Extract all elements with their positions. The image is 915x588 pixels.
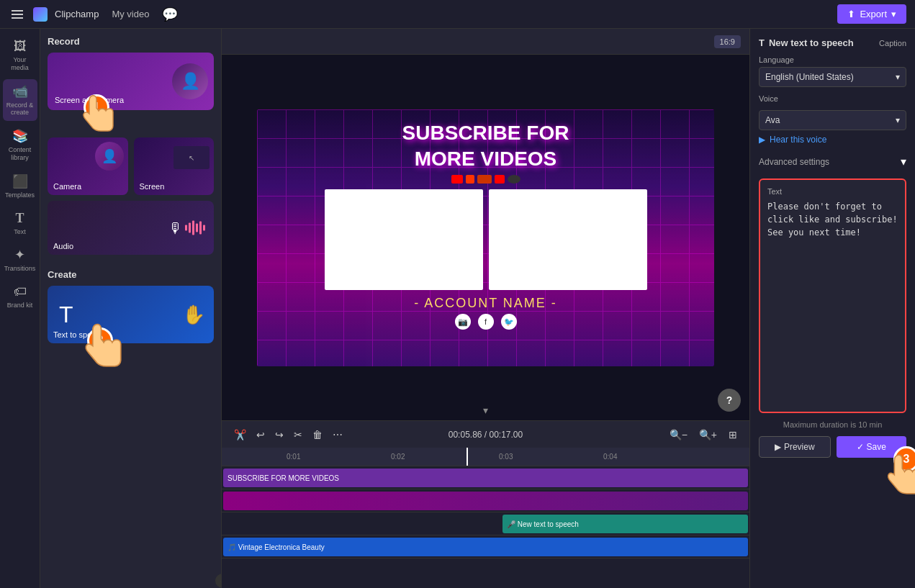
record-section-title: Record bbox=[48, 36, 214, 47]
export-icon: ⬆ bbox=[847, 9, 855, 19]
sidebar-item-text[interactable]: T Text bbox=[3, 207, 37, 240]
tts-panel-icon: T bbox=[759, 37, 765, 48]
preview-button[interactable]: ▶ Preview bbox=[759, 436, 831, 458]
text-label: Text bbox=[767, 187, 898, 196]
camera-label: Camera bbox=[53, 182, 81, 191]
tts-card[interactable]: T ✋ Text to speech bbox=[48, 286, 214, 343]
redo-button[interactable]: ↪ bbox=[271, 427, 287, 443]
clip-tts[interactable]: 🎤 New text to speech bbox=[502, 515, 748, 533]
collapse-panel-arrow[interactable]: ‹ bbox=[215, 574, 222, 588]
sidebar-item-transitions[interactable]: ✦ Transitions bbox=[3, 243, 37, 277]
ruler-mark-4: 0:04 bbox=[603, 453, 617, 461]
step-2-indicator: 2 bbox=[87, 327, 113, 353]
text-icon: T bbox=[15, 211, 24, 226]
step-3-indicator: 3 bbox=[893, 446, 915, 472]
advanced-settings-chevron-icon: ▾ bbox=[901, 155, 906, 168]
track-4: 🎵 Vintage Electronica Beauty bbox=[222, 535, 749, 558]
playhead bbox=[466, 448, 468, 466]
timeline-ruler: 0:01 0:02 0:03 0:04 bbox=[222, 448, 749, 466]
side-panel: Record 👤 Screen and camera 1 bbox=[40, 29, 222, 588]
left-nav: 🖼 Your media 📹 Record & create 📚 Content… bbox=[0, 29, 40, 588]
text-box: Text bbox=[759, 178, 906, 413]
mic-icon: 🎙 bbox=[168, 220, 183, 236]
audio-card[interactable]: 🎙 Audio bbox=[48, 201, 214, 255]
topbar-right: ⬆ Export ▾ bbox=[837, 4, 906, 24]
camera-card[interactable]: 👤 Camera bbox=[48, 137, 128, 195]
sidebar-item-brand-kit[interactable]: 🏷 Brand kit bbox=[3, 280, 37, 314]
record-grid: 👤 Camera ↖ Screen bbox=[48, 137, 214, 195]
social-icons-row bbox=[451, 175, 520, 184]
hear-voice-button[interactable]: ▶ Hear this voice bbox=[759, 135, 906, 145]
clip-bg[interactable] bbox=[223, 492, 748, 510]
sidebar-item-your-media[interactable]: 🖼 Your media bbox=[3, 35, 37, 76]
chat-icon: 💬 bbox=[162, 6, 178, 22]
timeline-right-controls: 🔍− 🔍+ ⊞ bbox=[666, 427, 741, 443]
timeline-tracks: SUBSCRIBE FOR MORE VIDEOS 🎤 New text to … bbox=[222, 466, 749, 588]
max-duration-label: Maximum duration is 10 min bbox=[759, 420, 906, 429]
create-section: Create T ✋ Text to speech 2 bbox=[40, 262, 221, 350]
create-section-title: Create bbox=[48, 269, 214, 280]
timeline-controls: ✂️ ↩ ↪ ✂ 🗑 ⋯ 00:05.86 / 00:17.00 🔍− 🔍+ ⊞ bbox=[222, 420, 749, 448]
video-boxes bbox=[325, 189, 647, 290]
facebook-icon: f bbox=[478, 314, 494, 330]
export-button[interactable]: ⬆ Export ▾ bbox=[837, 4, 906, 24]
voice-label: Voice bbox=[759, 94, 906, 103]
video-title[interactable]: My video bbox=[112, 9, 149, 19]
video-preview: SUBSCRIBE FOR MORE VIDEOS - ACCOUNT NAME… bbox=[257, 109, 714, 366]
aspect-ratio-button[interactable]: 16:9 bbox=[714, 35, 741, 48]
ruler-mark-1: 0:01 bbox=[287, 453, 300, 461]
sidebar-item-templates[interactable]: ⬛ Templates bbox=[3, 169, 37, 204]
undo-button[interactable]: ↩ bbox=[253, 427, 269, 443]
tts-cursor-overlay: ✋ bbox=[182, 304, 205, 326]
audio-label: Audio bbox=[53, 242, 73, 250]
transitions-icon: ✦ bbox=[14, 247, 25, 263]
voice-section: Voice Ava ▾ ▶ Hear this voice bbox=[759, 94, 906, 145]
language-label: Language bbox=[759, 55, 906, 64]
timeline-area: 0:01 0:02 0:03 0:04 SUBSCRIBE FOR MORE V… bbox=[222, 448, 749, 588]
right-panel: T New text to speech Caption Language En… bbox=[749, 29, 915, 588]
subscribe-text-line2: MORE VIDEOS bbox=[415, 148, 557, 171]
cursor-icon: ↖ bbox=[189, 154, 194, 162]
topbar-left: Clipchamp My video 💬 bbox=[9, 6, 178, 22]
hamburger-menu[interactable] bbox=[9, 7, 26, 22]
track-1: SUBSCRIBE FOR MORE VIDEOS bbox=[222, 466, 749, 489]
more-button[interactable]: ⋯ bbox=[329, 427, 346, 443]
timeline-edit-tools: ✂️ ↩ ↪ ✂ 🗑 ⋯ bbox=[230, 427, 346, 443]
save-check-icon: ✓ bbox=[857, 442, 864, 452]
language-select[interactable]: English (United States) ▾ bbox=[759, 67, 906, 87]
fit-button[interactable]: ⊞ bbox=[725, 427, 741, 443]
sidebar-item-record-create[interactable]: 📹 Record & create bbox=[3, 79, 37, 122]
twitter-icon: 🐦 bbox=[501, 314, 517, 330]
zoom-out-button[interactable]: 🔍− bbox=[666, 427, 691, 443]
voice-select[interactable]: Ava ▾ bbox=[759, 110, 906, 130]
screen-card[interactable]: ↖ Screen bbox=[134, 137, 215, 195]
instagram-icon: 📷 bbox=[455, 314, 471, 330]
sidebar-item-content-library[interactable]: 📚 Content library bbox=[3, 124, 37, 166]
panel-actions: ▶ Preview ✓ Save 3 bbox=[759, 436, 906, 458]
social-icons-bottom: 📷 f 🐦 bbox=[455, 314, 517, 330]
brand-kit-icon: 🏷 bbox=[14, 284, 27, 299]
zoom-in-button[interactable]: 🔍+ bbox=[695, 427, 721, 443]
topbar: Clipchamp My video 💬 ⬆ Export ▾ bbox=[0, 0, 915, 29]
caption-icon[interactable]: Caption bbox=[879, 39, 906, 48]
screen-label: Screen bbox=[140, 182, 165, 191]
clip-subscribe[interactable]: SUBSCRIBE FOR MORE VIDEOS bbox=[223, 469, 748, 487]
expand-arrow[interactable]: ▾ bbox=[483, 404, 488, 416]
cut-button[interactable]: ✂ bbox=[290, 427, 306, 443]
content-library-icon: 📚 bbox=[12, 128, 28, 144]
help-button[interactable]: ? bbox=[718, 389, 741, 412]
video-box-left bbox=[325, 189, 483, 290]
delete-button[interactable]: 🗑 bbox=[309, 427, 326, 443]
preview-content: SUBSCRIBE FOR MORE VIDEOS - ACCOUNT NAME… bbox=[257, 109, 714, 366]
right-panel-header: T New text to speech Caption bbox=[759, 37, 906, 48]
clip-music[interactable]: 🎵 Vintage Electronica Beauty bbox=[223, 538, 748, 556]
language-chevron-icon: ▾ bbox=[896, 72, 900, 82]
play-circle-icon: ▶ bbox=[759, 135, 765, 145]
video-box-right bbox=[489, 189, 647, 290]
screen-camera-card[interactable]: 👤 Screen and camera bbox=[48, 53, 214, 110]
canvas-area: 16:9 SUBSCRIBE FOR MORE VIDEOS bbox=[222, 29, 749, 588]
split-tool-button[interactable]: ✂️ bbox=[230, 427, 250, 443]
voice-chevron-icon: ▾ bbox=[896, 115, 900, 125]
advanced-settings-toggle[interactable]: Advanced settings ▾ bbox=[759, 152, 906, 171]
text-input[interactable] bbox=[767, 200, 898, 402]
